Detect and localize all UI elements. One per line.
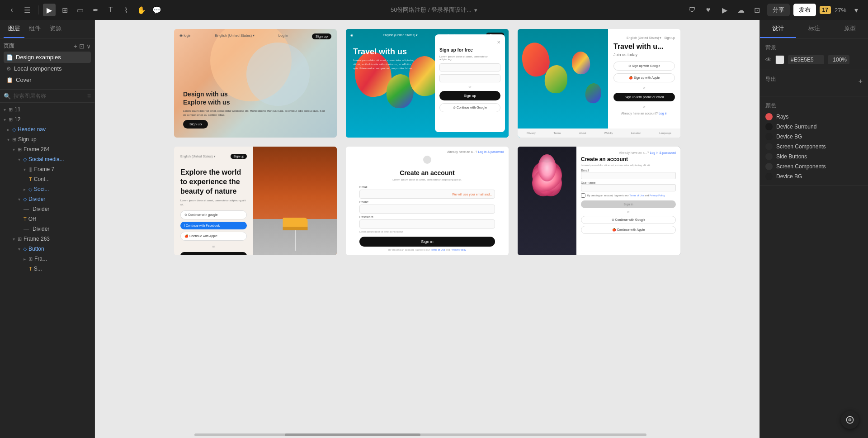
page-item-design-examples[interactable]: 📄 Design examples — [4, 52, 91, 63]
protect-icon[interactable]: 🛡 — [686, 4, 698, 16]
tab-layers[interactable]: 图层 — [4, 20, 24, 38]
page-item-cover[interactable]: 📋 Cover — [4, 74, 91, 86]
frame3-form: ⊙ Sign up with Google 🍎 Sign up with App… — [613, 62, 675, 115]
zoom-dropdown-icon[interactable]: ▾ — [850, 4, 863, 16]
color-side-buttons[interactable]: Side Buttons — [765, 153, 863, 160]
frame4-google-btn[interactable]: ⊙ Continue with google — [180, 210, 247, 219]
page-settings-icon: ⚙ — [6, 66, 11, 72]
frame4-apple-btn[interactable]: 🍎 Continue with Apple — [180, 232, 247, 241]
design-frame-6[interactable]: Already have an a...? Log in & password … — [518, 147, 680, 255]
comment-tool[interactable]: 💬 — [151, 4, 163, 16]
tab-annotate[interactable]: 标注 — [796, 20, 832, 38]
layer-label: Header nav — [18, 126, 46, 133]
modal-google-button[interactable]: ⊙ Continue with Google — [439, 103, 500, 112]
bg-opacity-input[interactable] — [828, 55, 849, 64]
layer-s[interactable]: T S... — [0, 264, 94, 274]
design-frame-3[interactable]: English (United States) ▾ Sign up Travel… — [518, 29, 680, 138]
frame6-signin-button[interactable]: Sign in — [581, 200, 676, 208]
layer-11[interactable]: ▾ ⊞ 11 — [0, 105, 94, 114]
layer-social-media[interactable]: ▾ ◇ Social media... — [0, 154, 94, 164]
frame1-signup-button[interactable]: Sign up — [183, 120, 208, 129]
menu-button[interactable]: ☰ — [21, 4, 33, 16]
search-input[interactable] — [14, 93, 85, 99]
layer-label: Divider — [28, 196, 45, 202]
device-bg-label: Device BG — [776, 133, 802, 140]
file-title-area[interactable]: 50份网络注册 / 登录界面设计... ▾ — [391, 6, 477, 14]
color-rays[interactable]: Rays — [765, 113, 863, 120]
color-screen-components-1[interactable]: Screen Components — [765, 143, 863, 150]
add-page-button[interactable]: + — [74, 43, 77, 50]
design-frame-5[interactable]: Already have an a...? Log in & password … — [346, 147, 509, 255]
text-tool[interactable]: T — [104, 4, 117, 16]
layer-12[interactable]: ▾ ⊞ 12 — [0, 114, 94, 124]
page-item-local-components[interactable]: ⚙ Local components — [4, 63, 91, 74]
layer-cont[interactable]: T Cont... — [0, 174, 94, 184]
layer-or[interactable]: T OR — [0, 214, 94, 224]
frame5-password-input[interactable] — [359, 219, 495, 229]
tab-components[interactable]: 组件 — [24, 20, 45, 38]
canvas-scrollbar[interactable] — [194, 433, 646, 436]
frame4-facebook-btn[interactable]: f Continue with Facebook — [180, 222, 247, 229]
path-tool[interactable]: ⌇ — [120, 4, 132, 16]
play-icon[interactable]: ▶ — [718, 4, 731, 16]
frame3-phone-btn[interactable]: Sign up with phone or email — [613, 93, 675, 101]
hand-tool[interactable]: ✋ — [135, 4, 148, 16]
select-tool[interactable]: ▶ — [43, 4, 56, 16]
color-device-surround[interactable]: Device Surround — [765, 123, 863, 130]
rect-tool[interactable]: ▭ — [74, 4, 86, 16]
frame-tool[interactable]: ⊞ — [58, 4, 71, 16]
frame4-right — [253, 147, 337, 255]
back-button[interactable]: ‹ — [5, 4, 18, 16]
bg-hex-input[interactable] — [788, 55, 824, 64]
modal-password-field[interactable] — [439, 74, 500, 82]
frame6-terms-checkbox[interactable] — [581, 193, 585, 198]
layer-divider-2[interactable]: — Divider — [0, 224, 94, 234]
frame6-google-button[interactable]: ⊙ Continue with Google — [581, 216, 676, 224]
layer-header-nav[interactable]: ▸ ◇ Header nav — [0, 124, 94, 134]
layer-divider-1[interactable]: — Divider — [0, 204, 94, 214]
modal-signup-button[interactable]: Sign up — [439, 91, 500, 100]
page-expand-icon[interactable]: ∨ — [86, 43, 91, 50]
pen-tool[interactable]: ✒ — [89, 4, 102, 16]
page-list-icon[interactable]: ⊡ — [79, 43, 85, 50]
tab-design[interactable]: 设计 — [760, 20, 796, 38]
frame5-phone-input[interactable] — [359, 205, 495, 214]
design-frame-4[interactable]: English (United States) ▾ Sign up Explor… — [174, 147, 337, 255]
color-device-bg-2[interactable]: Device BG — [765, 173, 863, 180]
layer-soci[interactable]: ▸ ◇ Soci... — [0, 184, 94, 194]
bg-color-swatch[interactable] — [775, 55, 784, 64]
layer-divider-group[interactable]: ▾ ◇ Divider — [0, 194, 94, 204]
share-button[interactable]: 分享 — [767, 4, 790, 16]
frame6-email-input[interactable] — [581, 172, 676, 179]
color-screen-components-2[interactable]: Screen Components — [765, 163, 863, 170]
canvas[interactable]: ◉ login English (United States) ▾ Log in… — [95, 20, 760, 438]
add-export-button[interactable]: + — [859, 77, 863, 86]
layout-icon[interactable]: ⊡ — [751, 4, 764, 16]
frame2-modal: ✕ Sign up for free Lorem ipsum dolor sit… — [435, 34, 505, 132]
design-frame-1[interactable]: ◉ login English (United States) ▾ Log in… — [174, 29, 337, 138]
layer-button[interactable]: ▾ ◇ Button — [0, 244, 94, 254]
frame5-signin-button[interactable]: Sign in — [359, 237, 495, 247]
filter-icon[interactable]: ≡ — [87, 92, 91, 100]
favorite-icon[interactable]: ♥ — [702, 4, 715, 16]
frame3-google-btn[interactable]: ⊙ Sign up with Google — [613, 62, 675, 71]
layer-frame7[interactable]: ▾ ||| Frame 7 — [0, 164, 94, 174]
frame3-apple-btn[interactable]: 🍎 Sign up with Apple — [613, 73, 675, 82]
modal-email-field[interactable] — [439, 63, 500, 71]
eye-icon[interactable]: 👁 — [765, 56, 772, 63]
layer-frame264[interactable]: ▾ ⊞ Frame 264 — [0, 144, 94, 154]
tab-assets[interactable]: 资源 — [45, 20, 66, 38]
frame6-username-input[interactable] — [581, 184, 676, 191]
publish-button[interactable]: 发布 — [793, 4, 816, 16]
frame6-apple-button[interactable]: 🍎 Continue with Apple — [581, 226, 676, 234]
layer-fra[interactable]: ▸ ⊞ Fra... — [0, 254, 94, 264]
color-device-bg[interactable]: Device BG — [765, 133, 863, 140]
cloud-icon[interactable]: ☁ — [735, 4, 747, 16]
tab-prototype[interactable]: 原型 — [832, 20, 868, 38]
layer-signup[interactable]: ▾ ⊞ Sign up — [0, 134, 94, 144]
layer-frame263[interactable]: ▾ ⊞ Frame 263 — [0, 234, 94, 244]
design-frame-2[interactable]: ◉ English (United States) ▾ Log in Sign … — [346, 29, 509, 138]
plugin-button[interactable] — [841, 411, 859, 429]
frame4-email-btn[interactable]: Sign up with e-mail — [180, 252, 247, 255]
modal-close-icon[interactable]: ✕ — [439, 40, 500, 45]
